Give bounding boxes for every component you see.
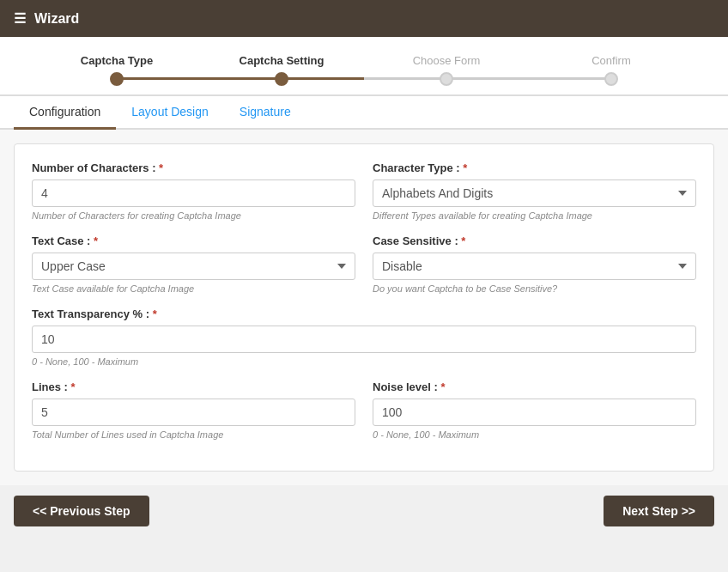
case-sensitive-select[interactable]: Disable Enable — [373, 253, 696, 280]
num-characters-hint: Number of Characters for creating Captch… — [32, 210, 355, 221]
tabs-bar: Configuration Layout Design Signature — [0, 96, 728, 130]
col-noise-level: Noise level : * 0 - None, 100 - Maximum — [373, 380, 696, 440]
form-row-1: Number of Characters : * Number of Chara… — [32, 161, 696, 221]
step-captcha-type-dot — [110, 72, 124, 86]
text-case-hint: Text Case available for Captcha Image — [32, 283, 355, 294]
step-captcha-setting-dot — [275, 72, 288, 86]
menu-icon: ☰ — [14, 10, 26, 27]
tab-configuration[interactable]: Configuration — [14, 96, 116, 130]
tab-signature[interactable]: Signature — [224, 96, 306, 130]
step-choose-form-label: Choose Form — [413, 54, 481, 67]
app-header: ☰ Wizard — [0, 0, 728, 37]
lines-hint: Total Number of Lines used in Captcha Im… — [32, 429, 355, 440]
num-characters-required: * — [159, 161, 163, 174]
character-type-hint: Different Types available for creating C… — [373, 210, 696, 221]
text-transparency-required: * — [153, 307, 157, 320]
case-sensitive-hint: Do you want Captcha to be Case Sensitive… — [373, 283, 696, 294]
col-num-characters: Number of Characters : * Number of Chara… — [32, 161, 355, 221]
text-case-label: Text Case : * — [32, 234, 355, 247]
step-captcha-setting: Captcha Setting — [199, 54, 364, 86]
noise-level-hint: 0 - None, 100 - Maximum — [373, 429, 696, 440]
lines-required: * — [71, 380, 76, 393]
wizard-steps-container: Captcha Type Captcha Setting Choose Form… — [0, 37, 728, 96]
character-type-required: * — [463, 161, 467, 174]
lines-label: Lines : * — [32, 380, 355, 393]
character-type-select[interactable]: Alphabets And Digits Alphabets Only Digi… — [373, 180, 696, 207]
text-transparency-label: Text Transparency % : * — [32, 307, 696, 320]
step-captcha-type: Captcha Type — [34, 54, 199, 86]
app-title: Wizard — [34, 11, 79, 27]
case-sensitive-label: Case Sensitive : * — [373, 234, 696, 247]
step-confirm-label: Confirm — [592, 54, 631, 67]
lines-input[interactable] — [32, 399, 355, 426]
tab-layout-design[interactable]: Layout Design — [116, 96, 224, 130]
noise-level-required: * — [441, 380, 446, 393]
footer: << Previous Step Next Step >> — [0, 485, 728, 537]
character-type-label: Character Type : * — [373, 161, 696, 174]
text-transparency-input[interactable] — [32, 326, 696, 353]
noise-level-input[interactable] — [373, 399, 696, 426]
step-choose-form-dot — [440, 72, 453, 86]
form-row-4: Lines : * Total Number of Lines used in … — [32, 380, 696, 440]
step-captcha-type-label: Captcha Type — [81, 54, 153, 67]
col-case-sensitive: Case Sensitive : * Disable Enable Do you… — [373, 234, 696, 294]
form-row-3: Text Transparency % : * 0 - None, 100 - … — [32, 307, 696, 367]
text-case-required: * — [94, 234, 98, 247]
col-character-type: Character Type : * Alphabets And Digits … — [373, 161, 696, 221]
col-lines: Lines : * Total Number of Lines used in … — [32, 380, 355, 440]
main-content: Number of Characters : * Number of Chara… — [0, 130, 728, 485]
step-captcha-setting-label: Captcha Setting — [240, 54, 325, 67]
previous-step-button[interactable]: << Previous Step — [14, 496, 149, 526]
col-text-case: Text Case : * Upper Case Lower Case Mixe… — [32, 234, 355, 294]
step-confirm-dot — [604, 72, 618, 86]
text-case-select[interactable]: Upper Case Lower Case Mixed Case — [32, 253, 355, 280]
noise-level-label: Noise level : * — [373, 380, 696, 393]
num-characters-input[interactable] — [32, 180, 355, 207]
num-characters-label: Number of Characters : * — [32, 161, 355, 174]
step-confirm: Confirm — [529, 54, 694, 86]
text-transparency-hint: 0 - None, 100 - Maximum — [32, 356, 696, 367]
form-row-2: Text Case : * Upper Case Lower Case Mixe… — [32, 234, 696, 294]
steps-row: Captcha Type Captcha Setting Choose Form… — [34, 54, 694, 86]
next-step-button[interactable]: Next Step >> — [604, 496, 714, 526]
form-card: Number of Characters : * Number of Chara… — [14, 143, 714, 472]
case-sensitive-required: * — [461, 234, 465, 247]
col-text-transparency: Text Transparency % : * 0 - None, 100 - … — [32, 307, 696, 367]
step-choose-form: Choose Form — [364, 54, 529, 86]
